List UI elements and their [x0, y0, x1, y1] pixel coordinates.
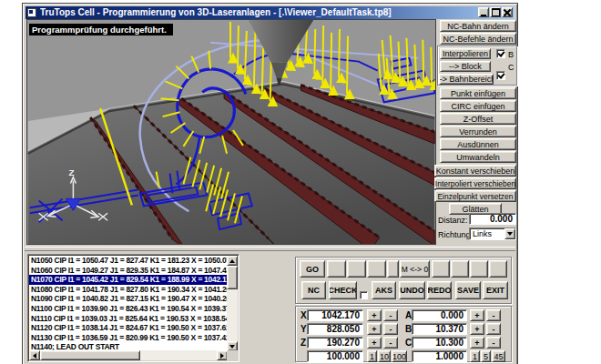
nc-line[interactable]: N1050 CIP I1 = 1050.47 J1 = 827.47 K1 = …: [29, 256, 228, 266]
unassigned-button[interactable]: [327, 260, 346, 278]
angle-1-button[interactable]: 1: [470, 350, 480, 362]
step-100-button[interactable]: 100: [392, 350, 407, 362]
step-10-button[interactable]: 10: [378, 350, 391, 362]
b-plus-button[interactable]: +: [470, 323, 484, 335]
nc-bahn-aendern-button[interactable]: NC-Bahn ändern: [440, 20, 516, 32]
exit-button[interactable]: EXIT: [483, 281, 508, 299]
unassigned-button[interactable]: [347, 260, 366, 278]
c-minus-button[interactable]: -: [486, 337, 501, 349]
y-minus-button[interactable]: -: [383, 323, 398, 335]
bahnbereich-button[interactable]: --> Bahnbereich: [439, 74, 494, 85]
maximize-button[interactable]: [490, 7, 501, 17]
distanz-label: Distanz:: [438, 216, 468, 225]
unassigned-button[interactable]: [451, 260, 469, 278]
nc-button[interactable]: NC: [301, 281, 326, 299]
c-plus-button[interactable]: +: [470, 337, 484, 349]
go-button[interactable]: GO: [300, 260, 325, 278]
verrunden-button[interactable]: Verrunden: [440, 126, 516, 137]
a-minus-button[interactable]: -: [486, 309, 501, 321]
nc-befehle-aendern-button[interactable]: NC-Befehle ändern: [440, 33, 516, 45]
ausduennen-button[interactable]: Ausdünnen: [440, 138, 516, 150]
einzelpunkt-versetzen-button[interactable]: Einzelpunkt versetzen: [434, 190, 516, 202]
nc-line[interactable]: N1060 CIP I1 = 1049.27 J1 = 829.35 K1 = …: [29, 266, 228, 276]
nc-line[interactable]: N1100 CIP I1 = 1039.90 J1 = 826.43 K1 = …: [29, 304, 228, 314]
arrow-right-icon: [220, 353, 224, 359]
horizontal-scrollbar[interactable]: [29, 350, 228, 360]
arrow-left-icon: [33, 353, 36, 359]
panel-divider: [25, 247, 515, 251]
angle-45-button[interactable]: 45: [492, 350, 505, 362]
checkbox-c-label: C: [508, 63, 514, 72]
nc-code-rows[interactable]: N1050 CIP I1 = 1050.47 J1 = 827.47 K1 = …: [29, 256, 228, 351]
checkbox-b-label: B: [508, 50, 514, 59]
viewport-3d[interactable]: Z Programmprüfung durchgeführt.: [26, 19, 436, 245]
redo-button[interactable]: REDO: [427, 281, 452, 299]
x-minus-button[interactable]: -: [383, 309, 398, 321]
checkbox-b[interactable]: [496, 49, 505, 58]
y-axis-label: Y: [300, 324, 307, 334]
dropdown-button[interactable]: [504, 228, 515, 239]
app-icon: [27, 8, 36, 17]
title-bar[interactable]: TruTops Cell - Programmierung von 3D-Las…: [25, 6, 514, 19]
z-value-field[interactable]: 190.270: [307, 337, 363, 349]
abc-step-field[interactable]: 1.0000: [412, 350, 467, 362]
nc-line[interactable]: N1130 CIP I1 = 1036.59 J1 = 820.99 K1 = …: [29, 333, 228, 343]
nc-line[interactable]: N1090 CIP I1 = 1040.82 J1 = 827.15 K1 = …: [29, 294, 228, 304]
nc-line[interactable]: N1080 CIP I1 = 1041.78 J1 = 827.80 K1 = …: [29, 285, 228, 295]
block-button[interactable]: --> Block: [440, 61, 491, 72]
check-button[interactable]: CHECK: [329, 281, 357, 299]
a-value-field[interactable]: 0.000: [412, 309, 467, 321]
z-minus-button[interactable]: -: [383, 337, 398, 349]
konstant-verschieben-button[interactable]: Konstant verschieben: [434, 165, 516, 177]
m-swap-0-button[interactable]: M <-> 0: [400, 260, 430, 278]
aks-checkbox[interactable]: [360, 291, 368, 299]
maximize-icon: [492, 8, 500, 16]
richtung-dropdown[interactable]: Links: [469, 228, 516, 240]
save-button[interactable]: SAVE: [455, 281, 481, 299]
vertical-scroll-thumb[interactable]: [227, 266, 238, 289]
axis-z-label: Z: [68, 167, 74, 177]
checkbox-c[interactable]: [496, 71, 505, 80]
nc-line-selected[interactable]: N1070 CIP I1 = 1045.42 J1 = 829.54 K1 = …: [29, 275, 228, 285]
distanz-input[interactable]: 0.000: [469, 213, 516, 225]
umwandeln-button[interactable]: Umwandeln: [440, 151, 516, 163]
circ-einfuegen-button[interactable]: CIRC einfügen: [440, 100, 516, 112]
z-plus-button[interactable]: +: [367, 337, 382, 349]
horizontal-scroll-thumb[interactable]: [40, 350, 140, 360]
y-plus-button[interactable]: +: [367, 323, 382, 335]
unassigned-button[interactable]: [367, 260, 386, 278]
unassigned-button[interactable]: [432, 260, 450, 278]
b-value-field[interactable]: 10.370: [412, 323, 467, 335]
a-plus-button[interactable]: +: [470, 309, 484, 321]
vertical-scrollbar[interactable]: [227, 256, 238, 351]
close-button[interactable]: [502, 7, 513, 17]
nc-code-list[interactable]: N1050 CIP I1 = 1050.47 J1 = 827.47 K1 = …: [27, 254, 239, 362]
interpoliert-verschieben-button[interactable]: Interpoliert verschieben: [434, 177, 516, 189]
nc-line[interactable]: N1110 CIP I1 = 1039.03 J1 = 825.64 K1 = …: [29, 314, 228, 324]
arrow-down-icon: [229, 345, 235, 349]
x-value-field[interactable]: 1042.170: [307, 309, 363, 321]
minimize-button[interactable]: [478, 7, 489, 17]
xyz-step-field[interactable]: 100.000: [307, 350, 363, 362]
unassigned-button[interactable]: [489, 260, 507, 278]
b-minus-button[interactable]: -: [486, 323, 501, 335]
undo-button[interactable]: UNDO: [399, 281, 425, 299]
scrollbar-corner: [227, 350, 238, 360]
angle-5-button[interactable]: 5: [481, 350, 491, 362]
scroll-up-button[interactable]: [227, 256, 238, 266]
close-icon: [504, 9, 511, 16]
nc-line[interactable]: N1120 CIP I1 = 1038.14 J1 = 824.67 K1 = …: [29, 323, 228, 333]
unassigned-button[interactable]: [387, 260, 399, 278]
aks-button[interactable]: AKS: [372, 281, 396, 299]
scroll-left-button[interactable]: [29, 350, 40, 360]
x-plus-button[interactable]: +: [367, 309, 382, 321]
step-1-button[interactable]: 1: [367, 350, 377, 362]
c-value-field[interactable]: 10.300: [412, 337, 467, 349]
y-value-field[interactable]: 828.050: [307, 323, 363, 335]
interpolieren-button[interactable]: Interpolieren: [440, 48, 491, 59]
z-offset-button[interactable]: Z-Offset: [440, 113, 516, 125]
z-axis-label: Z: [300, 338, 306, 348]
unassigned-button[interactable]: [470, 260, 488, 278]
richtung-value: Links: [473, 229, 492, 238]
punkt-einfuegen-button[interactable]: Punkt einfügen: [440, 87, 516, 99]
